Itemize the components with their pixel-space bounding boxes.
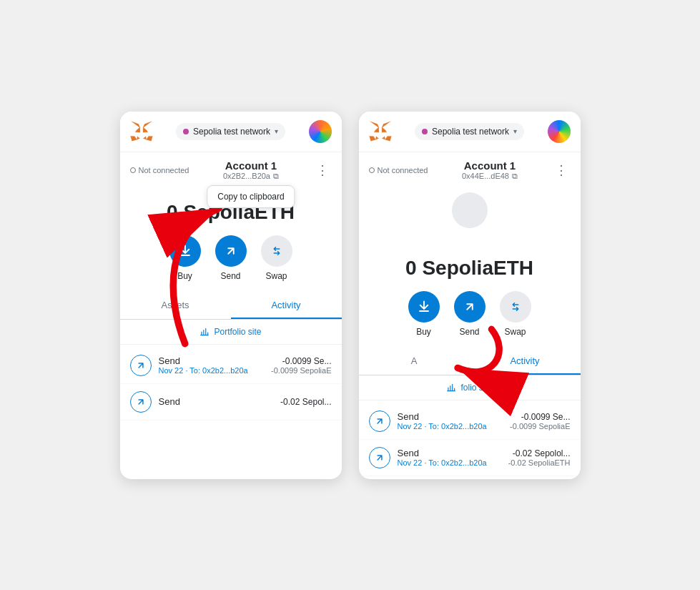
account-section-2: Not connected Account 1 0x44E...dE48 ⧉ ⋮ bbox=[359, 152, 581, 184]
tx-list-2: Send Nov 22 · To: 0x2b2...b20a -0.0099 S… bbox=[359, 400, 581, 479]
buy-label-2: Buy bbox=[416, 327, 431, 337]
buy-button-2[interactable] bbox=[408, 291, 440, 323]
phone-card-2: Sepolia test network ▾ Not connected Acc… bbox=[359, 112, 581, 479]
metamask-logo-icon-2 bbox=[369, 120, 392, 143]
send-btn-wrap-2: Send bbox=[454, 291, 485, 337]
send-button-2[interactable] bbox=[454, 291, 485, 323]
send-btn-wrap-1: Send bbox=[215, 235, 247, 281]
tab-assets-2[interactable]: A bbox=[359, 348, 470, 375]
account-address-1: 0x2B2...B20a ⧉ bbox=[223, 172, 279, 181]
send-button-1[interactable] bbox=[215, 235, 247, 267]
chevron-down-icon: ▾ bbox=[275, 127, 278, 135]
network-badge-1[interactable]: Sepolia test network ▾ bbox=[176, 123, 285, 140]
tx-amounts-1: -0.0099 Se... -0.0099 SepoliaE bbox=[271, 356, 331, 375]
tab-assets-1[interactable]: Assets bbox=[120, 292, 231, 319]
tx-sub-amt-4: -0.02 SepoliaETH bbox=[508, 458, 571, 467]
action-buttons-1: Buy Send Swap bbox=[120, 235, 342, 292]
swap-label-2: Swap bbox=[504, 327, 526, 337]
tx-name-1: Send bbox=[159, 355, 265, 366]
card2-header: Sepolia test network ▾ bbox=[359, 112, 581, 152]
tx-main-4: -0.02 Sepolol... bbox=[508, 448, 571, 458]
buy-button-1[interactable] bbox=[169, 235, 201, 267]
copy-icon-2[interactable]: ⧉ bbox=[512, 172, 518, 181]
not-connected-dot-icon-2 bbox=[369, 167, 375, 173]
account-info-1: Account 1 0x2B2...B20a ⧉ bbox=[223, 159, 279, 181]
network-label-2: Sepolia test network bbox=[432, 127, 509, 137]
chevron-down-icon-2: ▾ bbox=[513, 127, 517, 135]
copy-tooltip-1: Copy to clipboard bbox=[207, 185, 295, 208]
tx-amounts-3: -0.0099 Se... -0.0099 SepoliaE bbox=[510, 412, 570, 431]
tx-sub-amt-3: -0.0099 SepoliaE bbox=[510, 422, 570, 431]
swap-button-1[interactable] bbox=[261, 235, 292, 267]
network-dot-icon-2 bbox=[422, 129, 428, 134]
not-connected-1: Not connected bbox=[130, 166, 189, 174]
network-dot-icon bbox=[183, 129, 189, 134]
balance-amount-2: 0 SepoliaETH bbox=[369, 257, 571, 280]
tabs-row-1: Assets Activity bbox=[120, 292, 342, 320]
tx-amounts-4: -0.02 Sepolol... -0.02 SepoliaETH bbox=[508, 448, 571, 467]
chart-icon-2 bbox=[446, 383, 456, 393]
swap-button-2[interactable] bbox=[500, 291, 531, 323]
tab-activity-2[interactable]: Activity bbox=[470, 348, 581, 375]
swap-label-1: Swap bbox=[265, 271, 287, 281]
tx-details-1: Send Nov 22 · To: 0x2b2...b20a bbox=[159, 355, 265, 375]
card1-header: Sepolia test network ▾ bbox=[120, 112, 342, 152]
account-name-2: Account 1 bbox=[462, 159, 518, 172]
tx-arrow-icon bbox=[130, 355, 152, 376]
swap-icon-2 bbox=[509, 300, 522, 313]
balance-section-2: 0 SepoliaETH bbox=[359, 240, 581, 291]
account-section-1: Not connected Account 1 0x2B2...B20a ⧉ C… bbox=[120, 152, 342, 184]
table-row: Send -0.02 Sepol... bbox=[120, 384, 342, 421]
send-label-1: Send bbox=[220, 271, 240, 281]
download-icon bbox=[179, 245, 192, 257]
not-connected-dot-icon bbox=[130, 167, 136, 173]
buy-label-1: Buy bbox=[177, 271, 192, 281]
portfolio-link-2[interactable]: folio site bbox=[359, 375, 581, 400]
swap-btn-wrap-2: Swap bbox=[500, 291, 531, 337]
tx-list-1: Send Nov 22 · To: 0x2b2...b20a -0.0099 S… bbox=[120, 345, 342, 423]
swap-btn-wrap-1: Swap bbox=[261, 235, 292, 281]
account-circle bbox=[452, 192, 488, 228]
tx-details-4: Send Nov 22 · To: 0x2b2...b20a bbox=[398, 448, 501, 467]
tx-sub-amt-1: -0.0099 SepoliaE bbox=[271, 366, 331, 375]
network-badge-2[interactable]: Sepolia test network ▾ bbox=[415, 123, 524, 140]
arrow-up-icon-2 bbox=[136, 397, 146, 407]
buy-btn-wrap-1: Buy bbox=[169, 235, 201, 281]
swap-icon bbox=[270, 245, 283, 257]
tx-details-3: Send Nov 22 · To: 0x2b2...b20a bbox=[398, 411, 503, 431]
arrow-up-icon-4 bbox=[375, 453, 385, 463]
tx-arrow-icon-3 bbox=[369, 410, 390, 432]
tabs-row-2: A Activity bbox=[359, 348, 581, 375]
arrow-up-icon-3 bbox=[375, 416, 385, 426]
account-avatar-placeholder bbox=[359, 184, 581, 240]
tx-main-3: -0.0099 Se... bbox=[510, 412, 570, 422]
not-connected-2: Not connected bbox=[369, 166, 428, 174]
send-arrow-icon-2 bbox=[463, 300, 476, 313]
send-label-2: Send bbox=[459, 327, 479, 337]
table-row: Send Nov 22 · To: 0x2b2...b20a -0.0099 S… bbox=[359, 403, 581, 440]
tx-arrow-icon-2 bbox=[130, 391, 152, 413]
tab-activity-1[interactable]: Activity bbox=[231, 292, 342, 319]
portfolio-link-1[interactable]: Portfolio site bbox=[120, 320, 342, 345]
account-address-2: 0x44E...dE48 ⧉ bbox=[462, 172, 518, 181]
tx-arrow-icon-4 bbox=[369, 447, 390, 468]
chart-icon bbox=[199, 327, 209, 337]
avatar-1[interactable] bbox=[309, 120, 332, 143]
send-arrow-icon bbox=[225, 245, 237, 257]
tx-sub-1: Nov 22 · To: 0x2b2...b20a bbox=[159, 366, 265, 375]
arrow-up-icon bbox=[136, 360, 146, 370]
avatar-2[interactable] bbox=[548, 120, 571, 143]
table-row: Send Nov 22 · To: 0x2b2...b20a -0.02 Sep… bbox=[359, 440, 581, 476]
three-dots-menu-1[interactable]: ⋮ bbox=[313, 159, 332, 181]
action-buttons-2: Buy Send Swap bbox=[359, 291, 581, 348]
tx-name-2: Send bbox=[159, 396, 274, 407]
tx-details-2: Send bbox=[159, 396, 274, 407]
three-dots-menu-2[interactable]: ⋮ bbox=[552, 159, 571, 181]
tx-sub-3: Nov 22 · To: 0x2b2...b20a bbox=[398, 422, 503, 431]
tx-name-3: Send bbox=[398, 411, 503, 422]
cards-wrapper: Sepolia test network ▾ Not connected Acc… bbox=[120, 112, 581, 479]
account-info-2: Account 1 0x44E...dE48 ⧉ bbox=[462, 159, 518, 181]
buy-btn-wrap-2: Buy bbox=[408, 291, 440, 337]
copy-icon[interactable]: ⧉ bbox=[273, 172, 279, 181]
download-icon-2 bbox=[418, 300, 430, 313]
